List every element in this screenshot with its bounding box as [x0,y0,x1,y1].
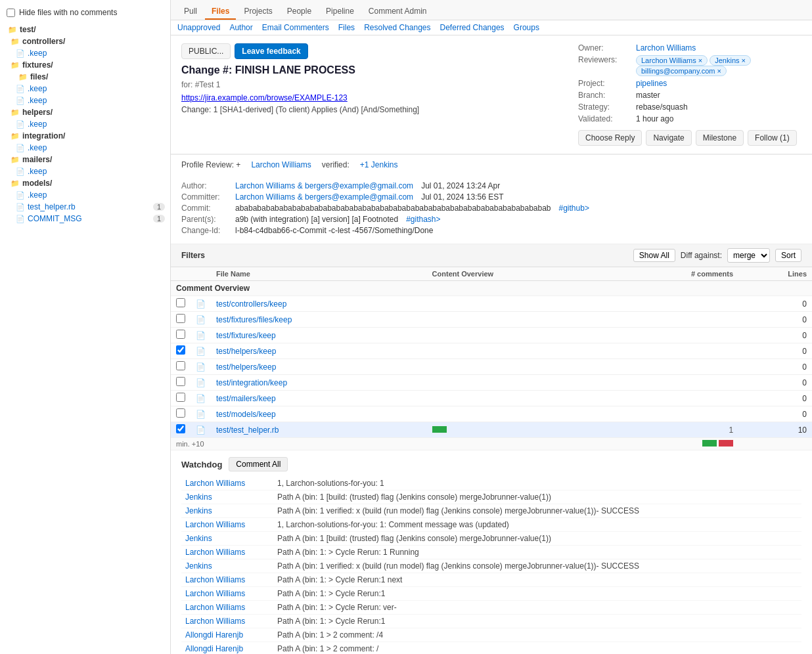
sidebar: Hide files with no comments 📁test/📁contr… [0,0,171,654]
sub-nav: UnapprovedAuthorEmail CommentersFilesRes… [171,20,812,35]
nav-tab-projects[interactable]: Projects [237,4,279,20]
file-link[interactable]: .keep [28,84,47,93]
pr-action-navigate[interactable]: Navigate [646,130,691,146]
file-link[interactable]: .keep [28,49,47,58]
file-link[interactable]: test_helper.rb [28,202,76,211]
change-row: Change-Id: l-b84-c4dbab66-c-Commit -c-le… [181,226,801,235]
tree-item[interactable]: 📄.keep [5,189,168,201]
sub-nav-groups[interactable]: Groups [514,23,539,32]
sub-nav-resolved-changes[interactable]: Resolved Changes [364,23,430,32]
activity-row: Larchon WilliamsPath A (bin: 1: > Cycle … [181,587,801,601]
reviewers-row: Reviewers: Larchon Williams ×Jenkins ×bi… [578,55,801,76]
file-row-checkbox[interactable] [176,408,185,418]
activity-row: JenkinsPath A (bin: 1 [build: (trusted) … [181,490,801,504]
tree-item[interactable]: 📄.keep [5,95,168,106]
overview-header-cell: Comment Overview [171,281,812,296]
file-icon: 📄 [16,203,25,211]
file-comments [607,343,739,359]
hide-files-label: Hide files with no comments [19,8,117,17]
file-name-link[interactable]: test/models/keep [216,410,276,419]
nav-tab-comment-admin[interactable]: Comment Admin [362,4,434,20]
file-link[interactable]: .keep [28,120,47,129]
commit-info: Author: Larchon Williams & bergers@examp… [171,175,812,244]
file-row-checkbox[interactable] [176,393,185,402]
file-row-checkbox[interactable] [176,361,185,370]
author-link[interactable]: Larchon Williams & bergers@example@gmail… [235,181,413,190]
file-diff-bar [427,359,607,375]
owner-label: Owner: [578,43,631,53]
committer-link[interactable]: Larchon Williams & bergers@example@gmail… [235,192,413,202]
file-name-link[interactable]: test/test_helper.rb [216,425,279,435]
activity-action: Path A (bin: 1 verified: x (build (run m… [273,559,801,573]
activity-user: Jenkins [181,532,273,546]
file-row-checkbox[interactable] [176,298,185,307]
pr-change-desc: Change: 1 [SHA1-derived] (To client) App… [181,105,568,114]
file-row-checkbox[interactable] [176,377,185,386]
sub-nav-unapproved[interactable]: Unapproved [177,23,220,32]
sort-button[interactable]: Sort [775,249,801,262]
activity-table: Larchon Williams1, Larchon-solutions-for… [181,477,801,654]
nav-tab-pull[interactable]: Pull [177,4,204,20]
file-name-link[interactable]: test/mailers/keep [216,394,276,403]
diff-options-select[interactable]: merge base [727,248,770,263]
files-table-head: File Name Content Overview # comments Li… [171,267,812,281]
tree-item[interactable]: 📄.keep [5,142,168,154]
file-row-checkbox[interactable] [176,424,185,433]
leave-feedback-button[interactable]: Leave feedback [235,43,307,59]
tree-item[interactable]: 📄COMMIT_MSG1 [5,213,168,225]
nav-tab-people[interactable]: People [281,4,318,20]
tree-item[interactable]: 📄.keep [5,118,168,130]
activity-user: Jenkins [181,504,273,518]
file-name-link[interactable]: test/controllers/keep [216,299,286,309]
sub-nav-email-commenters[interactable]: Email Commenters [262,23,329,32]
nav-tab-pipeline[interactable]: Pipeline [319,4,361,20]
file-icon: 📄 [16,167,25,176]
comment-all-button[interactable]: Comment All [229,457,288,471]
file-row-checkbox[interactable] [176,345,185,355]
nav-tab-files[interactable]: Files [205,4,236,20]
repo-link-anchor[interactable]: https://jira.example.com/browse/EXAMPLE-… [181,93,348,102]
file-name-link[interactable]: test/helpers/keep [216,347,276,356]
file-link[interactable]: .keep [28,167,47,176]
pr-action-choose-reply[interactable]: Choose Reply [578,130,642,146]
file-name-link[interactable]: test/integration/keep [216,378,287,387]
public-button[interactable]: PUBLIC... [181,43,231,59]
tree-item[interactable]: 📄.keep [5,47,168,59]
sub-nav-author[interactable]: Author [229,23,252,32]
pr-action-milestone[interactable]: Milestone [696,130,744,146]
tree-item: 📁models/ [5,177,168,189]
file-row-checkbox[interactable] [176,330,185,339]
parent-hash-link[interactable]: #githash> [406,215,440,224]
activity-row: Larchon Williams1, Larchon-solutions-for… [181,477,801,490]
change-label: Change-Id: [181,226,227,235]
activity-user: Larchon Williams [181,601,273,615]
tree-item[interactable]: 📄test_helper.rb1 [5,201,168,213]
file-link[interactable]: .keep [28,96,47,105]
activity-section: Watchdog Comment All Larchon Williams1, … [171,450,812,654]
file-link[interactable]: .keep [28,190,47,200]
tree-item[interactable]: 📄.keep [5,83,168,95]
tree-item[interactable]: 📄.keep [5,165,168,177]
sub-nav-deferred-changes[interactable]: Deferred Changes [440,23,505,32]
activity-user: Larchon Williams [181,615,273,628]
file-row-checkbox[interactable] [176,314,185,323]
sub-nav-files[interactable]: Files [338,23,355,32]
activity-row: JenkinsPath A (bin: 1 [build: (trusted) … [181,532,801,546]
show-all-button[interactable]: Show All [633,249,675,262]
file-link[interactable]: COMMIT_MSG [28,214,82,223]
tree-item: 📁mailers/ [5,154,168,165]
activity-action: Path A (bin: 1 [build: (trusted) flag (J… [273,532,801,546]
file-name-cell: test/helpers/keep [211,343,427,359]
file-name-link[interactable]: test/helpers/keep [216,362,276,372]
build-status: Profile Review: + Larchon Williams verif… [171,154,812,175]
file-name-link[interactable]: test/fixtures/files/keep [216,315,292,324]
commit-hash-link[interactable]: #github> [559,204,589,213]
hide-files-checkbox[interactable] [7,9,15,17]
file-comments: 1 [607,422,739,438]
file-lines: 0 [738,406,812,422]
file-type-icon: 📄 [191,391,211,406]
file-link[interactable]: .keep [28,143,47,152]
pr-action-follow-(1)[interactable]: Follow (1) [748,130,797,146]
file-diff-bar [427,328,607,343]
file-name-link[interactable]: test/fixtures/keep [216,331,276,340]
